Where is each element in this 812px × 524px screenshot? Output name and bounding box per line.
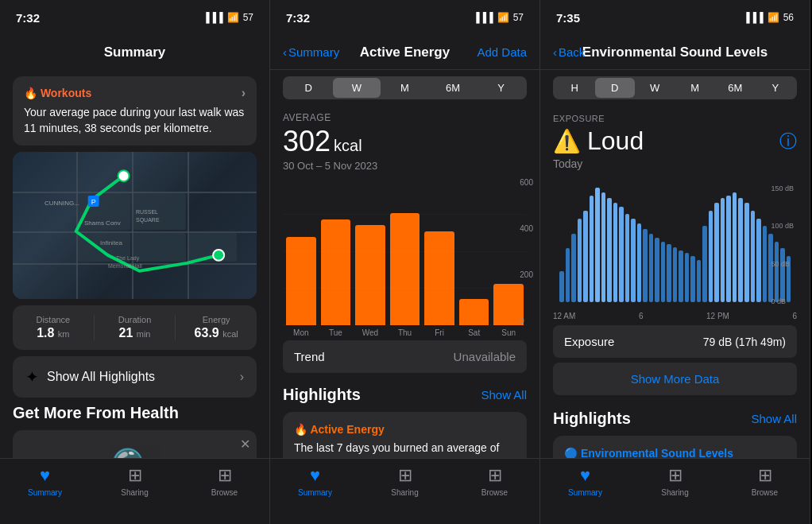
seg-6M[interactable]: 6M bbox=[429, 78, 478, 98]
day-label-sun: Sun bbox=[493, 328, 524, 337]
avg-number: 302 bbox=[283, 125, 331, 158]
chart-bars: 600 400 200 0 bbox=[283, 178, 527, 325]
sound-bar-17 bbox=[661, 242, 666, 302]
highlight-card-text-2: The last 7 days you burned an average of… bbox=[294, 441, 516, 458]
info-icon[interactable]: ⓘ bbox=[779, 130, 797, 153]
wifi-icon: 📶 bbox=[227, 12, 239, 23]
seg3-D[interactable]: D bbox=[595, 78, 636, 98]
signal-icon: ▐▐▐ bbox=[203, 12, 223, 23]
nav-back-3[interactable]: ‹ Back bbox=[553, 45, 585, 59]
svg-point-1 bbox=[213, 250, 224, 261]
tab-summary-3[interactable]: ♥ Summary bbox=[540, 465, 630, 497]
seg-D[interactable]: D bbox=[284, 78, 333, 98]
sound-bar-34 bbox=[763, 226, 768, 302]
tab-label-browse-1: Browse bbox=[211, 488, 238, 497]
add-data-button[interactable]: Add Data bbox=[477, 45, 527, 59]
tab-summary-1[interactable]: ♥ Summary bbox=[0, 465, 90, 497]
energy-unit: kcal bbox=[222, 329, 238, 339]
tab-sharing-1[interactable]: ⊞ Sharing bbox=[90, 465, 180, 497]
workouts-card[interactable]: 🔥 Workouts › Your average pace during yo… bbox=[13, 76, 257, 146]
sound-bar-31 bbox=[744, 203, 749, 302]
duration-label: Duration bbox=[95, 315, 176, 324]
active-energy-chart: 600 400 200 0 Mon Tue Wed Thu Fri Sat Su… bbox=[283, 178, 527, 337]
tab-browse-1[interactable]: ⊞ Browse bbox=[180, 465, 269, 497]
seg3-W[interactable]: W bbox=[635, 78, 675, 98]
seg3-6M[interactable]: 6M bbox=[715, 78, 756, 98]
x-12pm: 12 PM bbox=[706, 312, 729, 320]
show-all-highlights-button[interactable]: ✦ Show All Highlights › bbox=[13, 356, 257, 398]
heart-icon-2: ♥ bbox=[310, 465, 320, 486]
sound-bar-7 bbox=[601, 192, 606, 302]
highlights-section-2: Highlights Show All 🔥 Active Energy The … bbox=[270, 376, 539, 458]
nav-bar-1: Summary bbox=[0, 35, 269, 70]
exp-label: Exposure bbox=[564, 335, 614, 348]
show-all-button-2[interactable]: Show All bbox=[481, 388, 527, 402]
sound-bar-15 bbox=[649, 234, 654, 302]
highlights-heading-3: Highlights bbox=[553, 409, 631, 428]
sound-bar-23 bbox=[697, 260, 702, 302]
stat-distance: Distance 1.8 km bbox=[13, 315, 95, 340]
seg-M[interactable]: M bbox=[381, 78, 429, 98]
exp-value: 79 dB (17h 49m) bbox=[703, 336, 786, 348]
nav-back-2[interactable]: ‹ Summary bbox=[283, 45, 339, 59]
sound-bar-0 bbox=[559, 271, 564, 302]
distance-value: 1.8 bbox=[37, 326, 54, 340]
sound-bar-38 bbox=[787, 256, 791, 302]
sound-bar-35 bbox=[768, 234, 773, 302]
tab-label-browse-3: Browse bbox=[752, 488, 778, 497]
show-all-button-3[interactable]: Show All bbox=[751, 412, 797, 425]
close-icon[interactable]: ✕ bbox=[240, 437, 250, 452]
stat-duration: Duration 21 min bbox=[95, 315, 176, 340]
sound-bar-12 bbox=[631, 219, 636, 302]
map-background: P CUNNING... Shams Conv RUSSEL SQUARE In… bbox=[13, 152, 257, 299]
sound-chart: 150 dB 100 dB 50 dB 0 dB bbox=[553, 181, 797, 309]
y-axis-labels: 600 400 200 0 bbox=[520, 178, 533, 325]
trend-row: Trend Unavailable bbox=[283, 340, 527, 373]
heart-icon-3: ♥ bbox=[580, 465, 590, 486]
sound-bar-21 bbox=[685, 253, 690, 302]
energy-value: 63.9 bbox=[195, 326, 219, 340]
nav-title-2: Active Energy bbox=[360, 45, 450, 60]
sound-bar-13 bbox=[637, 223, 642, 302]
segment-control-2: D W M 6M Y bbox=[283, 76, 527, 99]
exposure-row: Exposure 79 dB (17h 49m) bbox=[553, 325, 797, 358]
sound-bar-4 bbox=[583, 211, 588, 302]
loud-text: Loud bbox=[587, 126, 644, 156]
seg3-Y[interactable]: Y bbox=[756, 78, 796, 98]
warning-icon: ⚠️ bbox=[553, 128, 581, 154]
loud-subtitle: Today bbox=[553, 157, 779, 170]
exposure-label: EXPOSURE bbox=[553, 114, 797, 123]
sound-bar-26 bbox=[714, 203, 719, 302]
phone-screen-3: 7:35 ▐▐▐ 📶 56 ‹ Back Environmental Sound… bbox=[540, 0, 810, 524]
tab-sharing-2[interactable]: ⊞ Sharing bbox=[360, 465, 450, 497]
nav-bar-2: ‹ Summary Active Energy Add Data bbox=[270, 35, 539, 70]
sound-bar-10 bbox=[619, 207, 624, 302]
tab-sharing-3[interactable]: ⊞ Sharing bbox=[630, 465, 720, 497]
seg-W[interactable]: W bbox=[333, 78, 381, 98]
seg3-H[interactable]: H bbox=[555, 78, 595, 98]
sharing-icon-2: ⊞ bbox=[398, 465, 412, 486]
tab-browse-3[interactable]: ⊞ Browse bbox=[720, 465, 810, 497]
avg-date: 30 Oct – 5 Nov 2023 bbox=[283, 160, 527, 172]
show-more-data-button[interactable]: Show More Data bbox=[553, 363, 797, 395]
seg-Y[interactable]: Y bbox=[477, 78, 525, 98]
highlight-card-3: 🔵 Environmental Sound Levels Your averag… bbox=[553, 436, 797, 458]
bar-fill-tue bbox=[321, 219, 351, 325]
highlights-star-icon: ✦ bbox=[25, 367, 39, 386]
workouts-label: 🔥 Workouts bbox=[24, 87, 91, 99]
bar-fill-fri bbox=[424, 231, 454, 325]
sound-bar-5 bbox=[590, 196, 594, 302]
highlights-text: Show All Highlights bbox=[47, 370, 155, 384]
tab-summary-2[interactable]: ♥ Summary bbox=[270, 465, 360, 497]
screen1-content: 🔥 Workouts › Your average pace during yo… bbox=[0, 70, 269, 458]
highlights-section-3: Highlights Show All 🔵 Environmental Soun… bbox=[540, 400, 810, 458]
tab-label-browse-2: Browse bbox=[481, 488, 508, 497]
tab-browse-2[interactable]: ⊞ Browse bbox=[450, 465, 539, 497]
status-bar-3: 7:35 ▐▐▐ 📶 56 bbox=[540, 0, 810, 35]
svg-text:P: P bbox=[91, 198, 96, 206]
seg3-M[interactable]: M bbox=[675, 78, 716, 98]
get-more-section: Get More From Health ✕ 🫧 bbox=[13, 404, 257, 458]
screen3-content: H D W M 6M Y EXPOSURE ⚠️ Loud Today ⓘ bbox=[540, 70, 810, 458]
day-label-sat: Sat bbox=[459, 328, 489, 337]
avg-label: AVERAGE bbox=[283, 112, 527, 123]
